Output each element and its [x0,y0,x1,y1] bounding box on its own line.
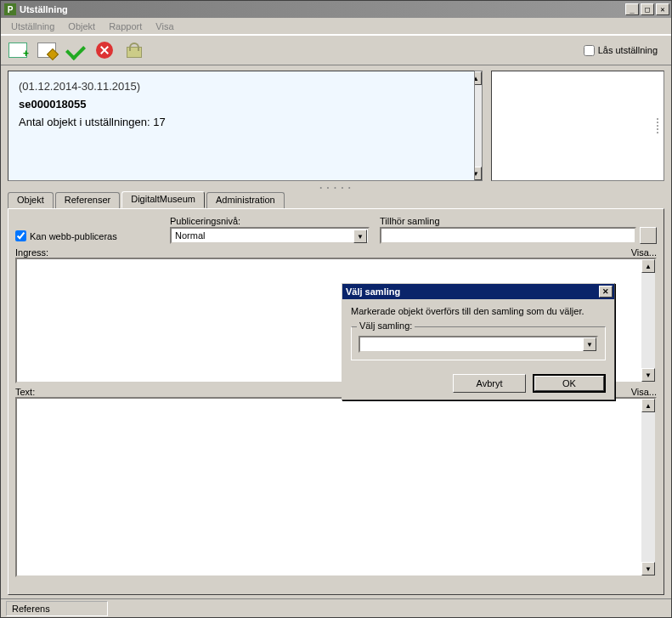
text-label: Text: [15,387,35,397]
lock-icon [127,43,140,58]
confirm-button[interactable] [64,38,88,62]
scroll-up-icon[interactable]: ▲ [641,259,655,273]
modal-titlebar[interactable]: Välj samling ✕ [342,284,614,299]
ok-label: OK [562,378,576,388]
pubniva-label: Publiceringsnivå: [170,216,370,226]
samling-label: Tillhör samling [380,216,657,226]
chevron-down-icon[interactable]: ▼ [353,230,367,243]
tab-body: Kan webb-publiceras Publiceringsnivå: No… [8,208,664,595]
delete-button[interactable] [93,38,116,62]
menu-utstallning[interactable]: Utställning [4,20,61,33]
samling-input[interactable] [380,227,636,244]
lock-button[interactable] [121,38,145,62]
webpub-label: Kan webb-publiceras [30,231,117,241]
lock-checkbox[interactable] [584,45,595,56]
ok-button[interactable]: OK [533,374,606,393]
menu-rapport[interactable]: Rapport [102,20,149,33]
preview-box [491,71,664,181]
ingress-label-row: Ingress: Visa... [15,247,657,258]
tab-referenser[interactable]: Referenser [55,192,120,209]
titlebar[interactable]: P Utställning _ □ ✕ [1,1,671,18]
app-icon: P [4,3,16,15]
chevron-down-icon[interactable]: ▼ [583,337,596,351]
scroll-up-icon[interactable]: ▲ [641,399,655,412]
minimize-button[interactable]: _ [625,3,639,15]
toolbar: Lås utställning [1,35,671,65]
date-range: (01.12.2014-30.11.2015) [19,80,464,93]
close-button[interactable]: ✕ [656,3,669,15]
info-box: (01.12.2014-30.11.2015) se000018055 Anta… [8,71,475,181]
exhibition-id: se000018055 [19,98,464,111]
upper-panel: (01.12.2014-30.11.2015) se000018055 Anta… [1,65,671,184]
preview-body [492,71,652,180]
new-icon [8,43,27,58]
top-fields-row: Kan webb-publiceras Publiceringsnivå: No… [15,216,657,244]
scroll-down-icon[interactable]: ▼ [641,562,655,575]
maximize-button[interactable]: □ [641,3,654,15]
splitter[interactable]: • • • • • [1,184,671,190]
tabs-row: Objekt Referenser DigitaltMuseum Adminis… [8,191,664,208]
modal-close-button[interactable]: ✕ [599,286,613,298]
scroll-down-icon[interactable]: ▼ [641,368,655,382]
cancel-button[interactable]: Avbryt [453,374,526,393]
scroll-track[interactable] [641,412,655,562]
visa-link-text[interactable]: Visa... [631,387,657,397]
statusbar: Referens [1,598,671,617]
cancel-label: Avbryt [477,378,503,388]
webpub-checkbox-row[interactable]: Kan webb-publiceras [15,230,160,241]
pubniva-value: Normal [175,230,205,241]
new-button[interactable] [6,38,30,62]
visa-link-ingress[interactable]: Visa... [631,247,657,258]
object-count: Antal objekt i utställningen: 17 [19,116,464,128]
tab-digitaltmuseum[interactable]: DigitaltMuseum [121,191,205,208]
menubar: Utställning Objekt Rapport Visa [1,18,671,35]
modal-title: Välj samling [346,286,599,297]
webpub-col: Kan webb-publiceras [15,230,160,244]
modal-body: Markerade objekt överförs till den samli… [342,299,614,367]
status-referens: Referens [6,601,108,616]
webpub-checkbox[interactable] [15,230,26,241]
check-icon [65,40,86,60]
menu-visa[interactable]: Visa [149,20,180,33]
modal-group: Välj samling: ▼ [351,326,606,360]
pubniva-dropdown[interactable]: Normal ▼ [170,227,370,244]
lock-checkbox-label: Lås utställning [598,45,658,55]
text-scrollbar[interactable]: ▲ ▼ [641,399,655,575]
grip-handle[interactable] [652,71,664,180]
delete-icon [96,42,113,59]
modal-valj-samling: Välj samling ✕ Markerade objekt överförs… [342,283,615,400]
samling-picker-button[interactable] [640,227,657,244]
modal-message: Markerade objekt överförs till den samli… [351,306,606,316]
modal-samling-dropdown[interactable]: ▼ [359,336,598,353]
edit-button[interactable] [35,38,59,62]
menu-objekt[interactable]: Objekt [61,20,102,33]
edit-icon [37,43,56,58]
modal-group-label: Välj samling: [357,320,415,331]
scroll-track[interactable] [641,273,655,368]
text-textarea[interactable]: ▲ ▼ [15,397,657,577]
ingress-label: Ingress: [15,247,48,258]
lock-checkbox-row[interactable]: Lås utställning [584,45,658,56]
modal-buttons: Avbryt OK [342,367,614,400]
samling-col: Tillhör samling [380,216,657,244]
ingress-scrollbar[interactable]: ▲ ▼ [641,259,655,382]
tab-objekt[interactable]: Objekt [8,192,54,209]
tab-administration[interactable]: Administration [206,192,285,209]
window-title: Utställning [20,4,624,14]
pubniva-col: Publiceringsnivå: Normal ▼ [170,216,370,244]
